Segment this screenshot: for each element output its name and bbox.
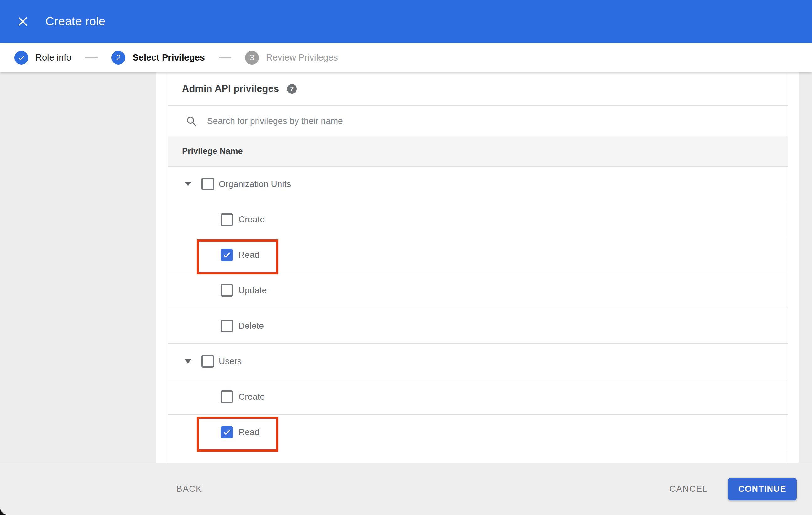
privilege-row: Read xyxy=(168,237,788,273)
privilege-label: Update xyxy=(238,285,267,296)
highlight-box xyxy=(197,417,278,452)
dialog-title: Create role xyxy=(46,15,106,28)
back-button[interactable]: BACK xyxy=(176,484,202,494)
check-icon xyxy=(222,250,232,260)
privilege-label: Create xyxy=(238,215,265,224)
privilege-rows: Organization Units Create Read Update xyxy=(168,166,788,450)
step-label: Review Privileges xyxy=(266,52,338,63)
column-header-privilege-name: Privilege Name xyxy=(182,147,243,156)
privilege-label: Organization Units xyxy=(219,179,291,189)
expand-toggle[interactable] xyxy=(184,359,192,363)
step-connector xyxy=(219,57,231,58)
search-icon xyxy=(186,115,197,127)
privilege-row: Organization Units xyxy=(168,166,788,202)
step-review-privileges: 3 Review Privileges xyxy=(245,51,338,65)
x-icon xyxy=(19,17,27,26)
search-input[interactable] xyxy=(206,116,647,126)
continue-button[interactable]: CONTINUE xyxy=(728,478,796,500)
privilege-row: Create xyxy=(168,379,788,414)
step-role-info[interactable]: Role info xyxy=(14,51,71,65)
privilege-checkbox[interactable] xyxy=(201,178,214,190)
table-filler-row xyxy=(168,450,788,463)
privilege-label: Create xyxy=(238,392,265,402)
footer-bar: BACK CANCEL CONTINUE xyxy=(0,463,812,515)
app-bar: Create role xyxy=(0,0,812,43)
privilege-checkbox[interactable] xyxy=(221,249,233,261)
left-panel xyxy=(0,72,156,463)
privilege-checkbox[interactable] xyxy=(221,320,233,332)
step-number-indicator: 2 xyxy=(111,51,125,65)
privilege-label: Read xyxy=(238,250,259,260)
privilege-checkbox[interactable] xyxy=(221,426,233,438)
right-panel-strip xyxy=(799,72,812,463)
step-label: Role info xyxy=(35,52,71,63)
privilege-checkbox[interactable] xyxy=(201,355,214,368)
step-label: Select Privileges xyxy=(133,52,205,63)
step-select-privileges[interactable]: 2 Select Privileges xyxy=(111,51,205,65)
privileges-card: Admin API privileges Privilege Name xyxy=(168,72,788,463)
privilege-checkbox[interactable] xyxy=(221,284,233,297)
expand-toggle[interactable] xyxy=(184,182,192,186)
privilege-checkbox[interactable] xyxy=(221,391,233,403)
check-icon xyxy=(17,54,25,62)
privilege-row: Create xyxy=(168,202,788,237)
stepper: Role info 2 Select Privileges 3 Review P… xyxy=(0,43,812,72)
close-button[interactable] xyxy=(14,13,31,30)
card-title-row: Admin API privileges xyxy=(168,72,788,105)
step-complete-indicator xyxy=(14,51,28,65)
search-row xyxy=(168,105,788,136)
cancel-button[interactable]: CANCEL xyxy=(669,484,708,494)
privilege-row: Delete xyxy=(168,308,788,343)
help-icon[interactable] xyxy=(287,84,297,94)
privilege-label: Read xyxy=(238,427,259,437)
chevron-down-icon xyxy=(185,182,191,186)
privilege-label: Users xyxy=(219,356,241,366)
privilege-checkbox[interactable] xyxy=(221,213,233,226)
highlight-box xyxy=(197,239,278,274)
privilege-row: Read xyxy=(168,414,788,450)
chevron-down-icon xyxy=(185,359,191,363)
create-role-dialog: Create role Role info 2 Select Privilege… xyxy=(0,0,812,515)
check-icon xyxy=(222,427,232,437)
content-area: Admin API privileges Privilege Name xyxy=(0,72,812,463)
step-number-indicator: 3 xyxy=(245,51,259,65)
privilege-row: Update xyxy=(168,273,788,308)
step-connector xyxy=(85,57,97,58)
privilege-label: Delete xyxy=(238,321,264,331)
privilege-row: Users xyxy=(168,343,788,379)
section-title: Admin API privileges xyxy=(182,83,279,94)
table-header: Privilege Name xyxy=(168,136,788,166)
